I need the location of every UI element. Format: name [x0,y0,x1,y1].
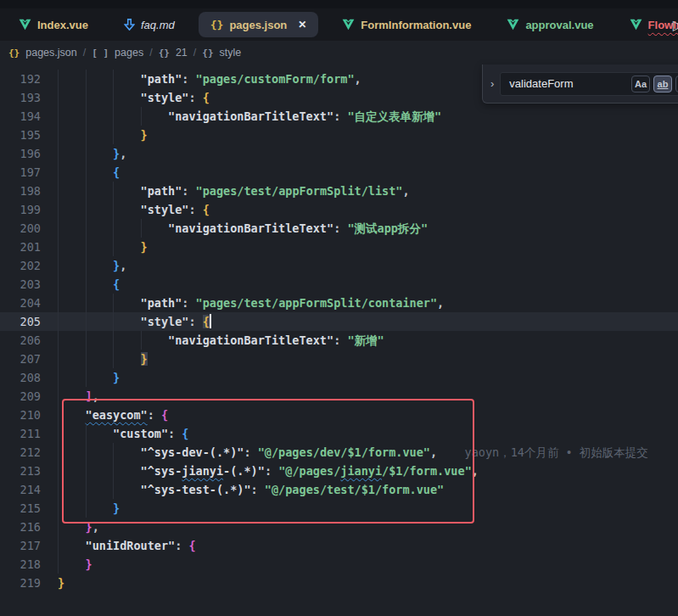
code-line-202[interactable]: 202 }, [0,256,678,275]
line-number: 216 [0,518,41,536]
code-token: , [355,72,361,86]
tab-index-vue[interactable]: Index.vue [7,12,100,37]
code-line-215[interactable]: 215 } [0,499,678,518]
code-line-206[interactable]: 206 "navigationBarTitleText": "新增" [0,331,678,350]
line-content: "custom": { [41,424,188,443]
tab-forminformation-vue[interactable]: FormInformation.vue [330,12,483,37]
code-line-210[interactable]: 210 "easycom": { [0,406,678,424]
code-line-214[interactable]: 214 "^sys-test-(.*)": "@/pages/test/$1/f… [0,480,678,499]
symbol-icon: {} [159,48,170,59]
tab-label: approval.vue [525,19,593,31]
code-token: : [251,483,265,496]
code-line-212[interactable]: 212 "^sys-dev-(.*)": "@/pages/dev/$1/for… [0,443,678,462]
line-content: { [41,163,120,182]
tab-pages-json[interactable]: {}pages.json✕ [199,12,319,37]
code-line-211[interactable]: 211 "custom": { [0,424,678,443]
line-content: "path": "pages/test/appFormSplit/list", [41,182,410,200]
code-token: "easycom" [86,408,148,422]
code-line-217[interactable]: 217 "uniIdRouter": { [0,536,678,555]
line-content: ], [41,387,99,406]
breadcrumb-item-pages-json[interactable]: pages.json [25,47,76,59]
code-token: : [168,427,182,440]
find-query-text[interactable]: validateForm [509,77,628,90]
code-token [58,315,141,328]
code-line-209[interactable]: 209 ], [0,387,678,406]
tab-flowinfo-vu[interactable]: FlowInfo.vu [618,12,678,37]
line-number: 207 [0,350,41,368]
code-token: : [333,333,347,347]
code-token: , [402,184,409,198]
line-content: } [41,499,120,518]
code-token: : [188,203,202,216]
code-token: "path" [141,296,182,310]
code-token: "navigationBarTitleText" [168,109,333,123]
code-token: "uniIdRouter" [86,539,176,552]
code-line-219[interactable]: 219} [0,574,678,592]
code-token: , [437,296,444,310]
whole-word-button[interactable]: ab [653,76,672,92]
tab-overflow-chevron-icon[interactable]: ▷ [673,17,678,33]
code-line-200[interactable]: 200 "navigationBarTitleText": "测试app拆分" [0,219,678,238]
code-token: jianyi [340,464,382,478]
code-line-203[interactable]: 203 { [0,275,678,294]
code-line-204[interactable]: 204 "path": "pages/test/appFormSplit/con… [0,294,678,312]
line-content: }, [41,256,126,275]
code-token [58,520,86,534]
code-token: { [203,315,210,328]
code-token: } [58,576,64,590]
code-line-199[interactable]: 199 "style": { [0,200,678,219]
code-token [58,427,113,440]
code-line-195[interactable]: 195 } [0,126,678,144]
code-token: } [141,352,148,366]
vue-icon [19,19,31,31]
code-token: "@/pages/dev/$1/form.vue" [258,445,430,459]
code-token [58,128,141,142]
code-lines: 192 "path": "pages/customForm/form",193 … [0,70,678,592]
code-line-196[interactable]: 196 }, [0,144,678,163]
breadcrumb-item-21[interactable]: 21 [176,47,188,59]
find-input[interactable]: validateForm Aaab.* [500,72,678,96]
code-line-201[interactable]: 201 } [0,238,678,256]
code-line-208[interactable]: 208 } [0,368,678,387]
line-number: 204 [0,294,41,312]
find-expand-chevron-icon[interactable]: › [485,77,500,90]
code-line-197[interactable]: 197 { [0,163,678,182]
breadcrumb-item-style[interactable]: style [220,47,242,59]
tab-faq-md[interactable]: faq.md [112,12,187,37]
code-token: : [175,539,188,552]
code-line-205[interactable]: 205 "style": { [0,312,678,331]
tab-label: faq.md [141,19,175,31]
code-token: "style" [141,315,189,328]
tab-approval-vue[interactable]: approval.vue [495,12,605,37]
code-line-216[interactable]: 216 }, [0,518,678,536]
code-token [58,371,113,384]
code-token: "style" [141,203,189,216]
code-token [58,352,141,366]
code-token [58,333,168,347]
line-number: 213 [0,462,41,480]
code-token [58,539,86,552]
code-token: "^sys- [141,464,182,478]
code-line-213[interactable]: 213 "^sys-jianyi-(.*)": "@/pages/jianyi/… [0,462,678,480]
code-token: : [148,408,161,422]
code-token: } [113,371,120,384]
code-token: : [182,184,195,198]
line-content: "uniIdRouter": { [41,536,196,555]
code-line-194[interactable]: 194 "navigationBarTitleText": "自定义表单新增" [0,107,678,126]
code-token [58,184,141,198]
match-case-button[interactable]: Aa [631,76,650,92]
code-line-198[interactable]: 198 "path": "pages/test/appFormSplit/lis… [0,182,678,200]
line-content: } [41,574,64,592]
line-number: 210 [0,406,41,424]
markdown-arrow-icon [124,19,135,31]
code-token: "navigationBarTitleText" [168,221,333,235]
vscode-window: Index.vuefaq.md{}pages.json✕FormInformat… [0,0,678,616]
code-line-207[interactable]: 207 } [0,350,678,368]
breadcrumb-item-pages[interactable]: pages [115,47,143,59]
line-number: 201 [0,238,41,256]
line-content: "^sys-jianyi-(.*)": "@/pages/jianyi/$1/f… [41,462,479,480]
code-line-218[interactable]: 218 } [0,555,678,574]
close-icon[interactable]: ✕ [298,19,306,31]
code-token: } [141,240,148,254]
line-content: "path": "pages/customForm/form", [41,70,361,88]
